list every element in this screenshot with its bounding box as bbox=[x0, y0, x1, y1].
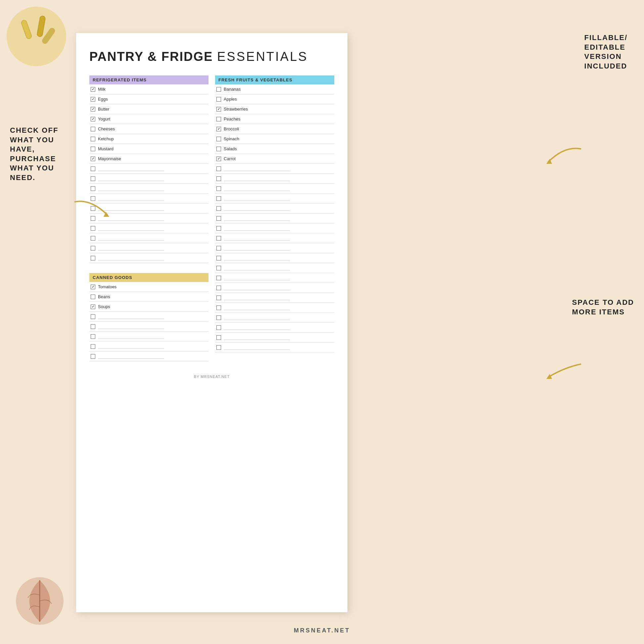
item-label: Tomatoes bbox=[98, 284, 116, 289]
checkbox[interactable] bbox=[216, 345, 221, 350]
list-item bbox=[89, 342, 208, 351]
refrigerated-checklist: Milk Eggs Butter Yogurt bbox=[89, 84, 208, 263]
checkbox[interactable] bbox=[216, 127, 221, 131]
title-light: ESSENTIALS bbox=[217, 50, 308, 64]
checkbox[interactable] bbox=[216, 166, 221, 171]
checkbox[interactable] bbox=[91, 97, 95, 102]
checkbox[interactable] bbox=[91, 314, 95, 319]
checkbox[interactable] bbox=[91, 236, 95, 241]
fruits-veg-section: FRESH FRUITS & VEGETABLES Bananas Apples… bbox=[215, 75, 334, 352]
list-item bbox=[89, 332, 208, 342]
list-item bbox=[89, 233, 208, 243]
item-label: Salads bbox=[224, 146, 237, 151]
checkbox[interactable] bbox=[91, 304, 95, 309]
item-label: Strawberries bbox=[224, 107, 248, 112]
checkbox[interactable] bbox=[216, 256, 221, 260]
checkbox[interactable] bbox=[216, 87, 221, 92]
checkbox[interactable] bbox=[91, 157, 95, 161]
item-label: Milk bbox=[98, 87, 106, 92]
checkbox[interactable] bbox=[216, 305, 221, 310]
list-item: Beans bbox=[89, 292, 208, 302]
item-label: Peaches bbox=[224, 116, 241, 121]
checkbox[interactable] bbox=[91, 285, 95, 289]
checkbox[interactable] bbox=[91, 344, 95, 349]
checkbox[interactable] bbox=[216, 246, 221, 251]
checkbox[interactable] bbox=[91, 226, 95, 231]
checkbox[interactable] bbox=[91, 147, 95, 151]
checkbox[interactable] bbox=[216, 216, 221, 221]
list-item bbox=[89, 174, 208, 184]
checkbox[interactable] bbox=[216, 137, 221, 141]
checkbox[interactable] bbox=[91, 137, 95, 141]
list-item: Soups bbox=[89, 302, 208, 312]
arrow-fillable bbox=[545, 142, 584, 170]
document-paper: PANTRY & FRIDGE ESSENTIALS REFRIGERATED … bbox=[76, 33, 347, 612]
checkbox[interactable] bbox=[91, 176, 95, 181]
annotation-fillable: FILLABLE/ EDITABLE VERSION INCLUDED bbox=[584, 33, 627, 71]
fruits-veg-header: FRESH FRUITS & VEGETABLES bbox=[215, 75, 334, 84]
checkbox[interactable] bbox=[216, 315, 221, 320]
item-label: Cheeses bbox=[98, 126, 115, 131]
checkbox[interactable] bbox=[216, 276, 221, 280]
list-item bbox=[215, 233, 334, 243]
page-footer: MRSNEAT.NET bbox=[0, 627, 644, 634]
checkbox[interactable] bbox=[216, 226, 221, 231]
checkbox[interactable] bbox=[216, 117, 221, 121]
list-item: Cheeses bbox=[89, 124, 208, 134]
item-label: Broccoli bbox=[224, 126, 239, 131]
checkbox[interactable] bbox=[91, 354, 95, 359]
checkbox[interactable] bbox=[216, 196, 221, 201]
checkbox[interactable] bbox=[216, 325, 221, 330]
list-item bbox=[215, 243, 334, 253]
document-footer: BY MRSNEAT.NET bbox=[89, 375, 334, 379]
checkbox[interactable] bbox=[91, 117, 95, 121]
list-item bbox=[89, 322, 208, 332]
list-item bbox=[215, 174, 334, 184]
list-item: Tomatoes bbox=[89, 282, 208, 292]
list-item bbox=[215, 194, 334, 204]
checkbox[interactable] bbox=[91, 127, 95, 131]
list-item: Peaches bbox=[215, 114, 334, 124]
refrigerated-section: REFRIGERATED ITEMS Milk Eggs Butter bbox=[89, 75, 208, 263]
right-column: FRESH FRUITS & VEGETABLES Bananas Apples… bbox=[215, 75, 334, 368]
checkbox[interactable] bbox=[91, 186, 95, 191]
item-label: Soups bbox=[98, 304, 110, 309]
item-label: Butter bbox=[98, 107, 110, 112]
checkbox[interactable] bbox=[216, 147, 221, 151]
canned-header: CANNED GOODS bbox=[89, 273, 208, 282]
checkbox[interactable] bbox=[216, 236, 221, 241]
list-item: Broccoli bbox=[215, 124, 334, 134]
checkbox[interactable] bbox=[216, 157, 221, 161]
checkbox[interactable] bbox=[91, 324, 95, 329]
list-item: Spinach bbox=[215, 134, 334, 144]
checkbox[interactable] bbox=[91, 334, 95, 339]
title-bold: PANTRY & FRIDGE bbox=[89, 50, 213, 64]
checkbox[interactable] bbox=[91, 107, 95, 112]
checkbox[interactable] bbox=[91, 246, 95, 251]
list-item bbox=[89, 253, 208, 263]
list-item: Ketchup bbox=[89, 134, 208, 144]
checkbox[interactable] bbox=[91, 295, 95, 299]
list-item bbox=[215, 253, 334, 263]
checkbox[interactable] bbox=[91, 256, 95, 260]
item-label: Eggs bbox=[98, 97, 108, 102]
annotation-space: SPACE TO ADD MORE ITEMS bbox=[572, 298, 634, 317]
item-label: Carrot bbox=[224, 156, 236, 161]
list-item: Salads bbox=[215, 144, 334, 154]
checkbox[interactable] bbox=[91, 166, 95, 171]
list-item bbox=[89, 351, 208, 361]
checkbox[interactable] bbox=[216, 286, 221, 290]
checkbox[interactable] bbox=[216, 107, 221, 112]
checkbox[interactable] bbox=[216, 266, 221, 270]
list-item bbox=[215, 343, 334, 352]
fruits-veg-checklist: Bananas Apples Strawberries Peaches bbox=[215, 84, 334, 352]
list-item bbox=[215, 323, 334, 333]
canned-section: CANNED GOODS Tomatoes Beans Soups bbox=[89, 273, 208, 361]
checkbox[interactable] bbox=[91, 87, 95, 92]
checkbox[interactable] bbox=[216, 335, 221, 340]
checkbox[interactable] bbox=[216, 296, 221, 300]
checkbox[interactable] bbox=[216, 176, 221, 181]
checkbox[interactable] bbox=[216, 206, 221, 211]
checkbox[interactable] bbox=[216, 186, 221, 191]
checkbox[interactable] bbox=[216, 97, 221, 102]
